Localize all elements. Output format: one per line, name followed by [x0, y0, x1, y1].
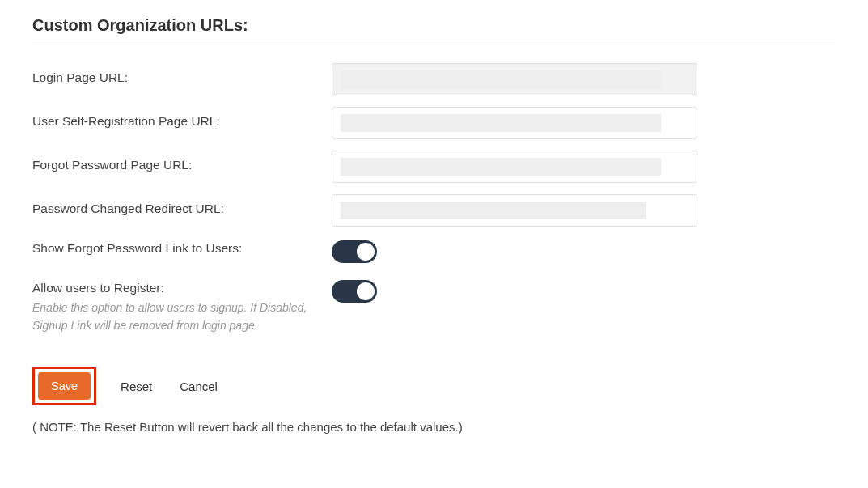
login-url-input: [332, 63, 697, 95]
cancel-button[interactable]: Cancel: [176, 373, 221, 400]
row-pw-changed-url: Password Changed Redirect URL:: [32, 194, 836, 227]
redacted-content: [341, 202, 646, 219]
row-self-reg-url: User Self-Registration Page URL:: [32, 107, 836, 139]
redacted-content: [341, 70, 661, 88]
label-login-url: Login Page URL:: [32, 70, 128, 84]
redacted-content: [341, 114, 661, 132]
button-row: Save Reset Cancel: [32, 367, 836, 405]
save-highlight-box: Save: [32, 367, 96, 405]
self-reg-url-input[interactable]: [332, 107, 697, 139]
label-allow-register: Allow users to Register:: [32, 281, 164, 295]
toggle-knob: [357, 282, 375, 300]
row-show-forgot-link: Show Forgot Password Link to Users:: [32, 238, 836, 263]
note-text: ( NOTE: The Reset Button will revert bac…: [32, 420, 836, 434]
label-self-reg-url: User Self-Registration Page URL:: [32, 114, 220, 128]
row-forgot-pw-url: Forgot Password Page URL:: [32, 151, 836, 183]
label-pw-changed-url: Password Changed Redirect URL:: [32, 202, 224, 215]
pw-changed-url-input[interactable]: [332, 194, 697, 227]
helper-allow-register: Enable this option to allow users to sig…: [32, 299, 315, 334]
label-show-forgot-link: Show Forgot Password Link to Users:: [32, 241, 242, 255]
show-forgot-link-toggle[interactable]: [332, 240, 377, 263]
save-button[interactable]: Save: [38, 372, 91, 400]
label-forgot-pw-url: Forgot Password Page URL:: [32, 158, 192, 172]
row-login-url: Login Page URL:: [32, 63, 836, 95]
redacted-content: [341, 158, 661, 176]
reset-button[interactable]: Reset: [117, 373, 155, 400]
allow-register-toggle[interactable]: [332, 280, 377, 303]
row-allow-register: Allow users to Register: Enable this opt…: [32, 278, 836, 334]
forgot-pw-url-input[interactable]: [332, 151, 697, 183]
section-title: Custom Organization URLs:: [32, 16, 836, 35]
toggle-knob: [357, 243, 375, 261]
section-divider: [32, 45, 836, 45]
